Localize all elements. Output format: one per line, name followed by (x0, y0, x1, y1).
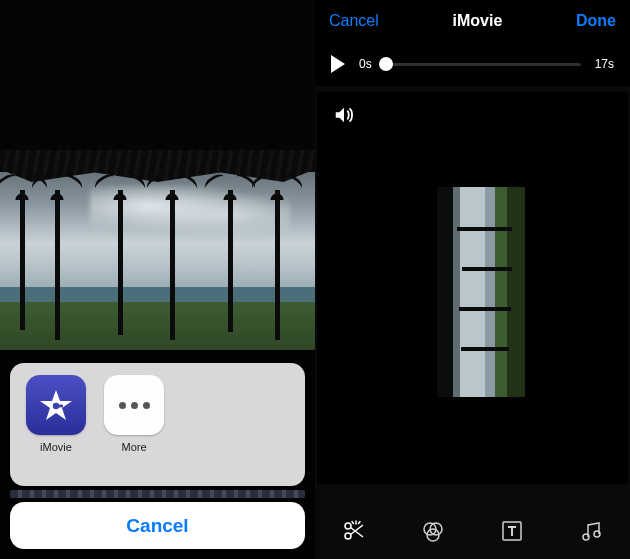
volume-icon[interactable] (333, 104, 355, 130)
video-preview[interactable] (317, 92, 628, 484)
nav-bar: Cancel iMovie Done (315, 0, 630, 42)
music-icon[interactable] (571, 511, 611, 551)
photos-share-pane: iMovie More Cancel (0, 0, 315, 559)
nav-cancel-button[interactable]: Cancel (329, 12, 379, 30)
imovie-editor-pane: Cancel iMovie Done 0s 17s (315, 0, 630, 559)
svg-rect-2 (59, 405, 63, 408)
share-apps-row: iMovie More (20, 375, 295, 453)
player-duration: 17s (595, 57, 614, 71)
scrubber-track[interactable] (386, 63, 581, 66)
imovie-star-icon (26, 375, 86, 435)
player-bar: 0s 17s (315, 42, 630, 86)
more-dots-icon (104, 375, 164, 435)
scissors-icon[interactable] (334, 511, 374, 551)
player-current-time: 0s (359, 57, 372, 71)
share-app-label: iMovie (40, 441, 72, 453)
share-app-label: More (121, 441, 146, 453)
filters-icon[interactable] (413, 511, 453, 551)
text-icon[interactable] (492, 511, 532, 551)
share-app-imovie[interactable]: iMovie (26, 375, 86, 453)
preview-frame (437, 187, 525, 397)
play-icon[interactable] (331, 55, 345, 73)
svg-point-1 (53, 403, 59, 409)
share-sheet: iMovie More (10, 363, 305, 486)
share-app-more[interactable]: More (104, 375, 164, 453)
cancel-button-label: Cancel (126, 515, 188, 537)
nav-title: iMovie (453, 12, 503, 30)
cancel-button[interactable]: Cancel (10, 502, 305, 549)
editor-toolbar (315, 503, 630, 559)
scrubber-thumb[interactable] (379, 57, 393, 71)
filmstrip-peek (10, 490, 305, 498)
nav-done-button[interactable]: Done (576, 12, 616, 30)
